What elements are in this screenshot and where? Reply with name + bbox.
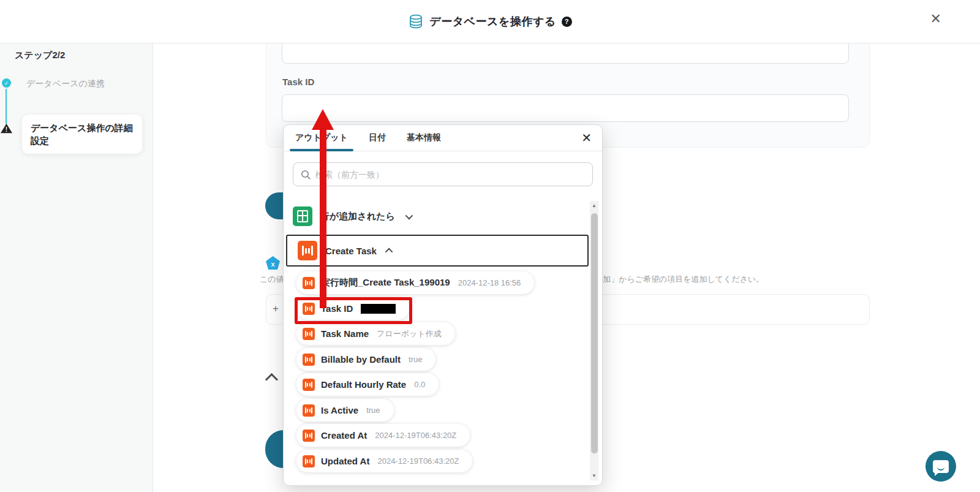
database-icon xyxy=(408,13,424,29)
chat-launcher-button[interactable] xyxy=(925,451,956,482)
harvest-icon xyxy=(298,241,317,260)
harvest-icon xyxy=(303,404,315,417)
tab-date[interactable]: 日付 xyxy=(369,125,386,151)
output-item-created-at[interactable]: Created At2024-12-19T06:43:20Z xyxy=(296,424,470,447)
sidebar-item-step1[interactable]: データベースの連携 xyxy=(26,78,105,89)
output-item-task-id[interactable]: Task ID xyxy=(296,297,409,320)
harvest-icon xyxy=(303,277,315,289)
source-row-trigger[interactable]: 行が追加されたら xyxy=(293,206,411,226)
step-done-check-icon: ✓ xyxy=(2,78,11,88)
output-item-exec-time[interactable]: 実行時間_Create Task_1990192024-12-18 16:56 xyxy=(296,271,534,294)
app-window: データベースを操作する ? ✕ ステップ2/2 ✓ データベースの連携 ! デー… xyxy=(0,0,980,492)
collapse-chevron-icon[interactable] xyxy=(265,373,278,386)
scroll-up-icon[interactable]: ▲ xyxy=(590,203,598,208)
source-row-label: Create Task xyxy=(325,246,377,256)
output-item-updated-at[interactable]: Updated At2024-12-19T06:43:20Z xyxy=(296,450,472,472)
google-sheets-icon xyxy=(293,206,312,226)
popup-header: アウトプット 日付 基本情報 ✕ xyxy=(284,125,602,151)
scroll-down-icon[interactable]: ▼ xyxy=(590,473,598,479)
warning-icon: ! xyxy=(1,123,12,134)
search-icon xyxy=(301,170,311,180)
harvest-icon xyxy=(303,455,315,467)
redacted-value xyxy=(361,304,396,314)
page-title: データベースを操作する ? xyxy=(408,13,571,29)
output-picker-popup: アウトプット 日付 基本情報 ✕ 行が追加されたら Create Task xyxy=(283,124,603,486)
chevron-down-icon xyxy=(405,211,413,219)
source-row-label: 行が追加されたら xyxy=(320,211,395,222)
step-sidebar: ステップ2/2 ✓ データベースの連携 ! データベース操作の詳細設定 xyxy=(0,44,153,492)
search-box xyxy=(293,162,593,186)
output-item-is-active[interactable]: Is Activetrue xyxy=(296,399,394,422)
output-item-hourly-rate[interactable]: Default Hourly Rate0.0 xyxy=(296,373,439,396)
popup-close-icon[interactable]: ✕ xyxy=(581,131,592,145)
harvest-icon xyxy=(303,354,315,366)
output-section-icon: x xyxy=(266,256,280,270)
harvest-icon xyxy=(303,430,315,442)
page-header: データベースを操作する ? ✕ xyxy=(0,0,980,44)
page-close-icon[interactable]: ✕ xyxy=(930,12,941,26)
harvest-icon xyxy=(303,379,315,391)
scrollbar-thumb[interactable] xyxy=(591,213,598,453)
harvest-icon xyxy=(303,303,315,315)
tab-basic-info[interactable]: 基本情報 xyxy=(407,125,441,151)
source-row-create-task[interactable]: Create Task xyxy=(286,235,589,267)
plus-icon: + xyxy=(273,303,279,315)
popup-scrollbar[interactable]: ▲ ▼ xyxy=(590,201,598,480)
step-counter: ステップ2/2 xyxy=(15,50,65,61)
search-input[interactable] xyxy=(315,163,590,186)
output-item-billable[interactable]: Billable by Defaulttrue xyxy=(296,348,435,371)
help-icon[interactable]: ? xyxy=(562,17,572,27)
task-id-label: Task ID xyxy=(282,77,314,87)
output-hint-text-right: 加」からご希望の項目を追加してください。 xyxy=(603,274,764,285)
sidebar-item-step2[interactable]: データベース操作の詳細設定 xyxy=(22,115,142,154)
chevron-up-icon xyxy=(385,248,393,255)
output-item-task-name[interactable]: Task Nameフローボット作成 xyxy=(296,322,455,345)
harvest-icon xyxy=(303,328,315,340)
output-hint-text-left: この値 xyxy=(260,274,284,285)
task-id-input[interactable] xyxy=(282,94,849,122)
page-title-text: データベースを操作する xyxy=(429,14,556,29)
popup-tabs: アウトプット 日付 基本情報 xyxy=(295,125,441,151)
tab-output[interactable]: アウトプット xyxy=(295,125,348,151)
chat-bubble-icon xyxy=(933,460,949,473)
step-connector-line xyxy=(6,89,7,124)
